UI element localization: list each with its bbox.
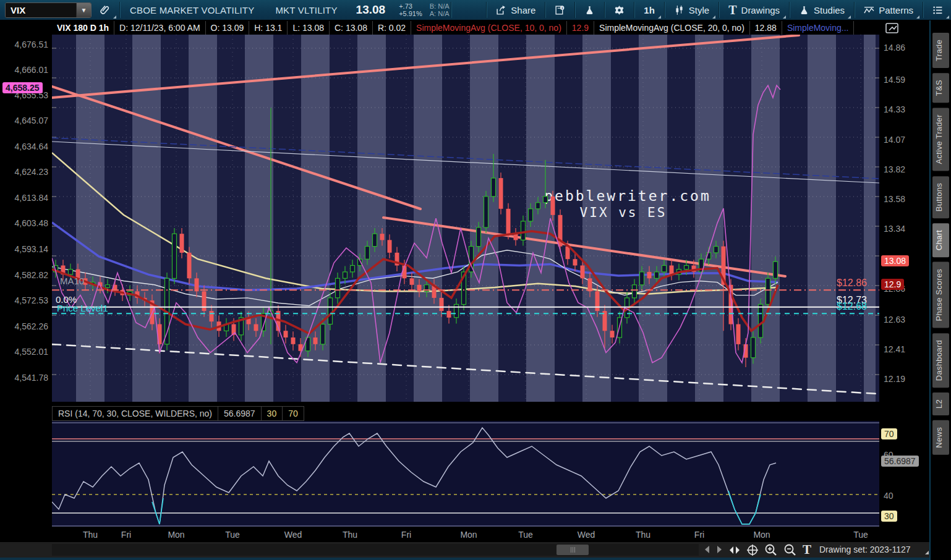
toolbar-separator bbox=[789, 2, 790, 18]
time-axis-label: Tue bbox=[518, 530, 533, 540]
range-cell[interactable]: R: 0.02 bbox=[373, 21, 411, 35]
text-note-tool-icon[interactable]: T bbox=[803, 542, 811, 558]
maximize-chart-icon[interactable] bbox=[884, 22, 900, 35]
sidebar-tab-active-trader[interactable]: Active Trader bbox=[932, 108, 949, 171]
svg-text:$12.86: $12.86 bbox=[837, 278, 867, 288]
sidebar-tab-chart[interactable]: Chart bbox=[932, 223, 949, 257]
right-axis-label: 14.33 bbox=[884, 104, 905, 114]
toolbar-separator bbox=[119, 2, 120, 18]
toolbar-separator bbox=[923, 2, 923, 18]
bottom-icon-group: T bbox=[728, 542, 811, 558]
high-cell[interactable]: H: 13.1 bbox=[249, 21, 288, 35]
rsi-overbought-badge: 70 bbox=[881, 428, 897, 439]
flask-icon bbox=[799, 5, 809, 15]
scroll-right-arrow[interactable] bbox=[717, 546, 722, 553]
sidebar-tab-t-s[interactable]: T&S bbox=[932, 73, 949, 103]
right-axis-label: 14.86 bbox=[884, 43, 905, 53]
sma10-value[interactable]: 12.9 bbox=[567, 21, 594, 35]
left-axis-label: 4,645.07 bbox=[15, 116, 49, 125]
rsi-canvas[interactable] bbox=[52, 421, 879, 527]
time-axis-label: Fri bbox=[694, 530, 704, 540]
left-axis-label: 4,666.01 bbox=[15, 65, 49, 75]
symbol-input[interactable] bbox=[6, 3, 76, 17]
svg-text:VIX vs ES: VIX vs ES bbox=[580, 205, 667, 220]
scrollbar-thumb[interactable] bbox=[557, 545, 589, 555]
zoom-in-icon[interactable] bbox=[764, 543, 778, 557]
main-chart-plot[interactable]: pebblewriter.comVIX vs ES$12.86$12.73$12… bbox=[52, 35, 879, 402]
share-label: Share bbox=[511, 5, 535, 15]
chart-scrollbar[interactable] bbox=[52, 544, 699, 556]
rsi-label[interactable]: RSI (14, 70, 30, CLOSE, WILDERS, no) bbox=[52, 406, 218, 421]
time-axis[interactable]: ThuFriMonTueWedThuFriMonTueWedThuFriMonT… bbox=[52, 527, 879, 542]
sidebar-tab-news[interactable]: News bbox=[932, 420, 949, 455]
settings-button[interactable] bbox=[606, 0, 633, 20]
zoom-out-icon[interactable] bbox=[783, 543, 797, 557]
left-axis-label: 4,541.78 bbox=[15, 373, 49, 383]
price-change: +.73 bbox=[399, 2, 422, 10]
rsi-value[interactable]: 56.6987 bbox=[218, 406, 262, 421]
studies-label: Studies bbox=[814, 5, 845, 15]
chart-title[interactable]: VIX 180 D 1h bbox=[52, 21, 114, 35]
toolbar-separator bbox=[486, 2, 487, 18]
panel-divider bbox=[0, 402, 951, 406]
sma20-label[interactable]: SimpleMovingAvg (CLOSE, 20, 0, no) bbox=[594, 21, 750, 35]
time-axis-label: Wed bbox=[284, 530, 302, 540]
studies-button[interactable]: Studies bbox=[791, 0, 853, 20]
rsi-panel[interactable] bbox=[52, 421, 879, 527]
analysis-tools-button[interactable] bbox=[576, 0, 603, 20]
share-icon bbox=[496, 5, 506, 15]
sidebar-tab-dashboard[interactable]: Dashboard bbox=[932, 333, 949, 388]
time-axis-label: Thu bbox=[83, 530, 98, 540]
sma20-value[interactable]: 12.88 bbox=[750, 21, 782, 35]
toolbar-separator bbox=[854, 2, 855, 18]
rsi-header-row: RSI (14, 70, 30, CLOSE, WILDERS, no)56.6… bbox=[52, 406, 879, 421]
time-axis-label: Thu bbox=[636, 530, 650, 540]
style-button[interactable]: Style bbox=[666, 0, 717, 20]
scroll-left-arrow[interactable] bbox=[705, 546, 709, 553]
sidebar-tab-phase-scores[interactable]: Phase Scores bbox=[932, 262, 949, 328]
left-price-axis[interactable]: 4,676.514,666.014,655.534,645.074,634.64… bbox=[0, 20, 52, 542]
fit-width-icon[interactable] bbox=[728, 546, 741, 554]
timeframe-label: 1h bbox=[644, 5, 655, 15]
close-cell[interactable]: C: 13.08 bbox=[330, 21, 373, 35]
notebook-button[interactable]: i bbox=[547, 0, 573, 20]
trading-platform-window: ▼ CBOE MARKET VOLATILITY MKT VLTILITY 13… bbox=[0, 0, 951, 560]
chart-header-row: VIX 180 D 1hD: 12/11/23, 6:00 AMO: 13.09… bbox=[52, 21, 879, 35]
last-price: 13.08 bbox=[356, 3, 386, 17]
top-toolbar: ▼ CBOE MARKET VOLATILITY MKT VLTILITY 13… bbox=[0, 0, 951, 20]
left-axis-label: 4,634.64 bbox=[15, 142, 49, 151]
open-cell[interactable]: O: 13.09 bbox=[206, 21, 250, 35]
low-cell[interactable]: L: 13.08 bbox=[288, 21, 330, 35]
paperclip-icon bbox=[100, 5, 110, 15]
sidebar-tab-trade[interactable]: Trade bbox=[932, 33, 949, 68]
pan-crosshair-icon[interactable] bbox=[746, 544, 759, 556]
svg-text:MA10: MA10 bbox=[60, 276, 84, 286]
right-axis-label: 13.82 bbox=[884, 164, 905, 174]
main-chart-canvas[interactable]: pebblewriter.comVIX vs ES$12.86$12.73$12… bbox=[52, 35, 879, 402]
toolbar-separator bbox=[634, 2, 634, 18]
share-button[interactable]: Share bbox=[488, 0, 544, 20]
right-price-axis[interactable]: 14.8614.5914.3314.0713.8213.5813.3412.86… bbox=[879, 20, 929, 542]
link-symbol-button[interactable] bbox=[92, 0, 118, 20]
drawing-set-label[interactable]: Drawing set: 2023-1127 bbox=[819, 545, 911, 554]
text-tool-icon: T bbox=[728, 3, 736, 17]
timeframe-button[interactable]: 1h bbox=[636, 0, 663, 20]
toolbar-separator bbox=[664, 2, 665, 18]
sma-truncated-label[interactable]: SimpleMoving... bbox=[782, 21, 855, 35]
sidebar-tab-buttons[interactable]: Buttons bbox=[932, 176, 949, 218]
date-cell[interactable]: D: 12/11/23, 6:00 AM bbox=[114, 21, 206, 35]
symbol-dropdown-button[interactable]: ▼ bbox=[76, 3, 91, 17]
window-bottom-edge bbox=[0, 558, 951, 560]
drawings-button[interactable]: T Drawings bbox=[720, 0, 788, 20]
chart-menu-button[interactable] bbox=[924, 0, 951, 20]
rsi-oversold[interactable]: 30 bbox=[262, 406, 283, 421]
svg-text:$12.68: $12.68 bbox=[837, 301, 867, 312]
sma10-label[interactable]: SimpleMovingAvg (CLOSE, 10, 0, no) bbox=[411, 21, 567, 35]
sidebar-tab-l2[interactable]: L2 bbox=[932, 392, 949, 415]
patterns-button[interactable]: Patterns bbox=[856, 0, 921, 20]
bid-value: B: N/A bbox=[430, 2, 450, 10]
rsi-overbought[interactable]: 70 bbox=[283, 406, 304, 421]
chevron-down-icon: ▼ bbox=[81, 7, 87, 14]
left-axis-label: 4,572.53 bbox=[15, 295, 49, 305]
left-axis-label: 4,593.14 bbox=[15, 244, 49, 254]
